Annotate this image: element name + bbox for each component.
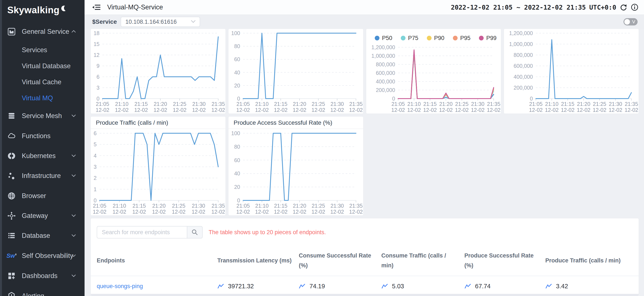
sidebar-item-services[interactable]: Services: [0, 45, 84, 56]
legend-label: P90: [434, 35, 444, 42]
time-range[interactable]: 2022-12-02 21:05 ~ 2022-12-02 21:35: [451, 4, 586, 11]
service-select[interactable]: 10.108.1.164:61616: [121, 17, 200, 27]
svg-text:12-02: 12-02: [96, 107, 109, 113]
metric-cell: 74.19: [299, 283, 381, 290]
svg-text:21:15: 21:15: [274, 203, 288, 209]
endpoint-search-input[interactable]: [97, 226, 187, 238]
svg-text:21:10: 21:10: [545, 101, 558, 107]
line-chart[interactable]: 02040608010021:0512-0221:1012-0221:1512-…: [228, 129, 363, 215]
svg-text:2: 2: [94, 175, 97, 181]
svg-text:12-02: 12-02: [93, 209, 106, 215]
menu-fold-icon[interactable]: [92, 4, 101, 11]
sidebar-item-virtual-mq[interactable]: Virtual MQ: [0, 93, 84, 104]
svg-text:21:25: 21:25: [172, 203, 186, 209]
sidebar-item-database[interactable]: Database: [0, 230, 84, 241]
svg-text:12-02: 12-02: [561, 107, 574, 113]
svg-text:12-02: 12-02: [349, 107, 363, 113]
sidebar-item-label: Virtual Database: [22, 62, 71, 70]
sidebar-item-label: Infrastructure: [22, 172, 61, 180]
alert-hexagon-icon: [7, 292, 16, 296]
sidebar: Skywalking General Service Services Virt…: [0, 0, 84, 296]
trend-icon: [217, 283, 225, 289]
view-toggle[interactable]: V: [624, 18, 638, 26]
col-produce-traffic: Produce Traffic (calls / min): [545, 256, 633, 266]
svg-text:21:30: 21:30: [609, 101, 622, 107]
cloud-icon: [7, 132, 16, 140]
svg-text:21:25: 21:25: [312, 101, 325, 107]
svg-text:800,000: 800,000: [376, 61, 395, 67]
svg-text:12-02: 12-02: [608, 107, 622, 113]
svg-text:6: 6: [94, 130, 97, 136]
search-button[interactable]: [187, 226, 203, 238]
legend-item-p99[interactable]: P99: [479, 35, 496, 42]
chevron-up-icon: [71, 30, 76, 34]
chart-card-latency-percentiles: P50P75P90P95P99 0200,000400,000600,00080…: [366, 29, 501, 114]
sidebar-item-label: Virtual MQ: [22, 94, 53, 102]
sidebar-item-self-observability[interactable]: Sw’ Self Observability: [0, 250, 84, 261]
svg-text:21:15: 21:15: [561, 101, 574, 107]
sidebar-item-alerting[interactable]: Alerting: [0, 290, 84, 296]
horizontal-scrollbar[interactable]: [91, 294, 639, 296]
line-chart[interactable]: 0200,000400,000600,000800,0001,000,0001,…: [504, 29, 639, 113]
svg-text:21:10: 21:10: [255, 203, 268, 209]
legend-item-p50[interactable]: P50: [375, 35, 392, 42]
sidebar-item-infrastructure[interactable]: Infrastructure: [0, 170, 84, 181]
endpoint-link[interactable]: queue-songs-ping: [97, 283, 217, 289]
svg-text:21:05: 21:05: [392, 101, 405, 107]
trend-icon: [299, 283, 306, 289]
sidebar-item-service-mesh[interactable]: Service Mesh: [0, 110, 84, 121]
line-chart[interactable]: 036912151821:0512-0221:1012-0221:1512-02…: [91, 29, 226, 113]
svg-text:12-02: 12-02: [236, 209, 250, 215]
svg-text:21:30: 21:30: [192, 203, 205, 209]
svg-text:4: 4: [94, 153, 97, 159]
trend-icon: [464, 283, 472, 289]
svg-text:1,200,000: 1,200,000: [509, 30, 533, 36]
svg-text:12-02: 12-02: [487, 107, 500, 113]
svg-text:21:05: 21:05: [93, 203, 106, 209]
svg-text:0: 0: [237, 197, 240, 203]
refresh-icon[interactable]: [620, 4, 627, 11]
legend-item-p90[interactable]: P90: [427, 35, 444, 42]
sidebar-item-dashboards[interactable]: Dashboards: [0, 270, 84, 281]
bar-chart-icon: [7, 27, 16, 36]
line-chart[interactable]: 012345621:0512-0221:1012-0221:1512-0221:…: [91, 129, 226, 215]
svg-text:21:20: 21:20: [439, 101, 453, 107]
sidebar-item-kubernetes[interactable]: Kubernetes: [0, 150, 84, 162]
svg-text:0: 0: [94, 197, 97, 203]
sidebar-item-label: Services: [22, 46, 47, 54]
line-chart[interactable]: 0200,000400,000600,000800,0001,000,0001,…: [366, 43, 501, 113]
toggle-knob: [624, 19, 630, 25]
col-consume-successful-rate: Consume Successful Rate (%): [299, 251, 381, 270]
svg-text:21:25: 21:25: [593, 101, 606, 107]
legend-dot: [401, 36, 406, 40]
svg-text:12-02: 12-02: [255, 209, 269, 215]
chevron-down-icon: [71, 254, 76, 258]
svg-text:12-02: 12-02: [312, 107, 325, 113]
svg-text:12-02: 12-02: [154, 107, 167, 113]
sidebar-item-general-service[interactable]: General Service: [0, 26, 84, 37]
info-icon[interactable]: [631, 4, 638, 11]
sidebar-item-virtual-database[interactable]: Virtual Database: [0, 61, 84, 72]
sidebar-item-browser[interactable]: Browser: [0, 190, 84, 202]
service-variable-label: $Service: [92, 18, 117, 25]
svg-text:21:15: 21:15: [132, 203, 146, 209]
legend-item-p75[interactable]: P75: [401, 35, 418, 42]
chevron-down-icon: [71, 174, 76, 178]
svg-text:20: 20: [234, 83, 240, 89]
sidebar-item-label: Database: [22, 232, 50, 240]
svg-text:3: 3: [94, 164, 97, 170]
line-chart[interactable]: 02040608010021:0512-0221:1012-0221:1512-…: [228, 29, 363, 113]
svg-text:21:10: 21:10: [115, 101, 128, 107]
sidebar-item-label: Alerting: [22, 292, 44, 296]
svg-text:21:25: 21:25: [455, 101, 469, 107]
dashboard-toolbar: $Service 10.108.1.164:61616 V: [84, 15, 644, 29]
legend-label: P99: [486, 35, 496, 42]
sidebar-item-functions[interactable]: Functions: [0, 130, 84, 141]
svg-text:12: 12: [94, 52, 100, 58]
sidebar-item-label: Functions: [22, 132, 50, 140]
svg-text:9: 9: [96, 63, 100, 69]
sidebar-item-virtual-cache[interactable]: Virtual Cache: [0, 77, 84, 88]
legend-item-p95[interactable]: P95: [453, 35, 470, 42]
sidebar-item-gateway[interactable]: Gateway: [0, 210, 84, 221]
svg-text:21:15: 21:15: [274, 101, 288, 107]
